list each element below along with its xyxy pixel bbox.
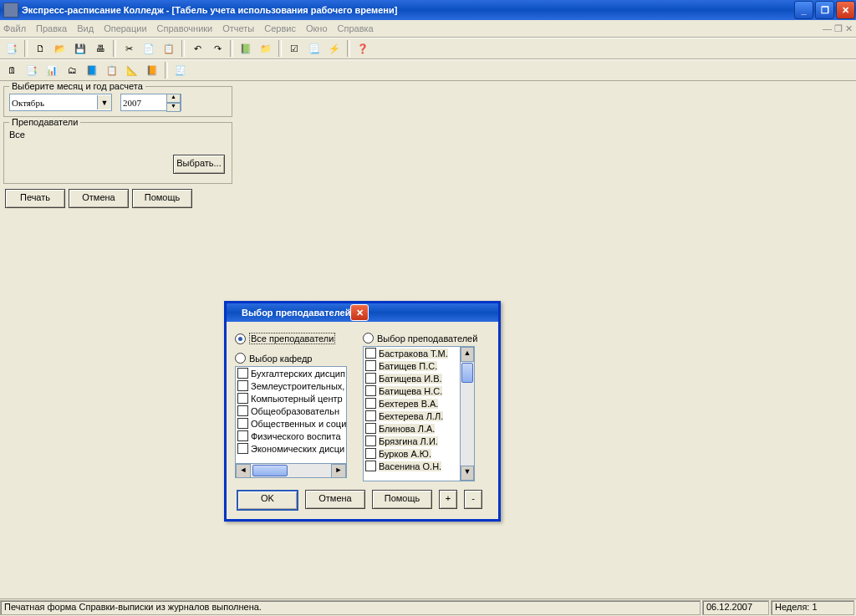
menu-help[interactable]: Справка <box>338 23 374 33</box>
month-dropdown[interactable]: ▼ <box>9 94 112 111</box>
teacher-vscrollbar[interactable]: ▲ ▼ <box>460 347 474 481</box>
scroll-down-icon[interactable]: ▼ <box>461 466 474 481</box>
dialog-plus-button[interactable]: + <box>439 490 457 509</box>
menu-references[interactable]: Справочники <box>157 23 213 33</box>
tb2-icon-8[interactable]: 📙 <box>143 61 161 79</box>
copy-icon[interactable]: 📄 <box>140 39 158 58</box>
teacher-listbox[interactable]: Бастракова Т.М.Батищев П.С.Батищева И.В.… <box>363 346 475 481</box>
menu-file[interactable]: Файл <box>3 23 26 33</box>
tb2-icon-9[interactable]: 🧾 <box>171 61 190 79</box>
print-button[interactable]: Печать <box>5 189 65 208</box>
dialog-minus-button[interactable]: - <box>464 490 482 509</box>
checkbox-icon[interactable] <box>365 461 376 471</box>
check-icon[interactable]: ☑ <box>285 39 303 58</box>
open-icon[interactable]: 📂 <box>51 39 69 58</box>
checkbox-icon[interactable] <box>365 373 376 384</box>
scroll-up-icon[interactable]: ▲ <box>461 347 474 362</box>
spin-down-icon[interactable]: ▼ <box>166 103 181 112</box>
teacher-item[interactable]: Бехтерева Л.Л. <box>364 410 461 422</box>
cut-icon[interactable]: ✂ <box>120 39 138 58</box>
year-value[interactable] <box>121 98 166 108</box>
teacher-item[interactable]: Батищева И.В. <box>364 372 461 384</box>
checkbox-icon[interactable] <box>237 368 248 379</box>
close-button[interactable]: ✕ <box>836 1 855 19</box>
dept-item[interactable]: Физического воспита <box>236 430 346 442</box>
checkbox-icon[interactable] <box>237 443 248 454</box>
teacher-item[interactable]: Бастракова Т.М. <box>364 347 461 359</box>
tb2-icon-6[interactable]: 📋 <box>103 61 121 79</box>
radio-select-dept[interactable]: Выбор кафедр <box>235 353 358 364</box>
select-teachers-button[interactable]: Выбрать... <box>173 155 225 174</box>
tb2-icon-7[interactable]: 📐 <box>123 61 141 79</box>
checkbox-icon[interactable] <box>237 405 248 416</box>
teacher-item[interactable]: Брязгина Л.И. <box>364 435 461 447</box>
help-button[interactable]: Помощь <box>132 189 192 208</box>
year-spinbox[interactable]: ▲ ▼ <box>120 94 181 111</box>
folder-icon[interactable]: 📁 <box>257 39 275 58</box>
spin-up-icon[interactable]: ▲ <box>166 94 181 103</box>
radio-select-teachers[interactable]: Выбор преподавателей <box>363 333 486 344</box>
menu-edit[interactable]: Правка <box>36 23 67 33</box>
dialog-ok-button[interactable]: OK <box>237 490 298 511</box>
minimize-button[interactable]: _ <box>794 1 813 19</box>
teacher-item[interactable]: Батищев П.С. <box>364 359 461 372</box>
menu-reports[interactable]: Отчеты <box>222 23 254 33</box>
restore-button[interactable]: ❐ <box>815 1 834 19</box>
dept-item[interactable]: Экономических дисци <box>236 442 346 455</box>
paste-icon[interactable]: 📋 <box>160 39 178 58</box>
teacher-item[interactable]: Батищева Н.С. <box>364 384 461 397</box>
tb2-icon-2[interactable]: 📑 <box>23 61 41 79</box>
chevron-down-icon[interactable]: ▼ <box>97 95 111 109</box>
cancel-button[interactable]: Отмена <box>69 189 129 208</box>
department-listbox[interactable]: Бухгалтерских дисципЗемлеустроительных,К… <box>235 366 347 478</box>
checkbox-icon[interactable] <box>365 360 376 371</box>
dept-item[interactable]: Компьютерный центр <box>236 392 346 405</box>
doc-icon[interactable]: 📃 <box>305 39 324 58</box>
teacher-item[interactable]: Блинова Л.А. <box>364 422 461 435</box>
checkbox-icon[interactable] <box>365 385 376 396</box>
month-value[interactable] <box>10 98 97 108</box>
checkbox-icon[interactable] <box>237 380 248 391</box>
menu-view[interactable]: Вид <box>77 23 94 33</box>
book-icon[interactable]: 📗 <box>237 39 255 58</box>
scroll-left-icon[interactable]: ◄ <box>236 464 251 478</box>
checkbox-icon[interactable] <box>237 430 248 441</box>
checkbox-icon[interactable] <box>237 393 248 404</box>
mdi-controls[interactable]: — ❐ ✕ <box>384 23 853 34</box>
teacher-item[interactable]: Васенина О.Н. <box>364 460 461 472</box>
checkbox-icon[interactable] <box>365 348 376 359</box>
teacher-item[interactable]: Бехтерев В.А. <box>364 397 461 410</box>
print-icon[interactable]: 🖶 <box>91 39 110 58</box>
menu-operations[interactable]: Операции <box>104 23 146 33</box>
checkbox-icon[interactable] <box>237 418 248 429</box>
checkbox-icon[interactable] <box>365 398 376 409</box>
checkbox-icon[interactable] <box>365 448 376 459</box>
dialog-close-button[interactable]: ✕ <box>350 304 369 321</box>
save-icon[interactable]: 💾 <box>71 39 89 58</box>
dialog-cancel-button[interactable]: Отмена <box>305 490 365 509</box>
tb2-icon-3[interactable]: 📊 <box>43 61 61 79</box>
lightning-icon[interactable]: ⚡ <box>325 39 344 58</box>
tb2-icon-4[interactable]: 🗂 <box>63 61 81 79</box>
dept-item[interactable]: Общественных и соци <box>236 417 346 430</box>
redo-icon[interactable]: ↷ <box>208 39 227 58</box>
dept-item[interactable]: Бухгалтерских дисцип <box>236 367 346 379</box>
radio-all-teachers[interactable]: Все преподаватели <box>235 333 358 344</box>
menu-service[interactable]: Сервис <box>264 23 296 33</box>
whatsthis-icon[interactable]: ❓ <box>354 39 372 58</box>
menu-window[interactable]: Окно <box>306 23 328 33</box>
checkbox-icon[interactable] <box>365 410 376 421</box>
dept-hscrollbar[interactable]: ◄ ► <box>236 463 346 477</box>
teacher-item[interactable]: Бурков А.Ю. <box>364 447 461 460</box>
tb2-icon-5[interactable]: 📘 <box>83 61 101 79</box>
undo-icon[interactable]: ↶ <box>188 39 206 58</box>
properties-icon[interactable]: 📑 <box>3 39 21 58</box>
dept-item[interactable]: Землеустроительных, <box>236 379 346 392</box>
dialog-help-button[interactable]: Помощь <box>372 490 432 509</box>
dept-item[interactable]: Общеобразовательн <box>236 405 346 417</box>
checkbox-icon[interactable] <box>365 423 376 434</box>
tb2-icon-1[interactable]: 🗓 <box>3 61 21 79</box>
new-icon[interactable]: 🗋 <box>31 39 49 58</box>
checkbox-icon[interactable] <box>365 435 376 446</box>
scroll-right-icon[interactable]: ► <box>331 464 346 478</box>
